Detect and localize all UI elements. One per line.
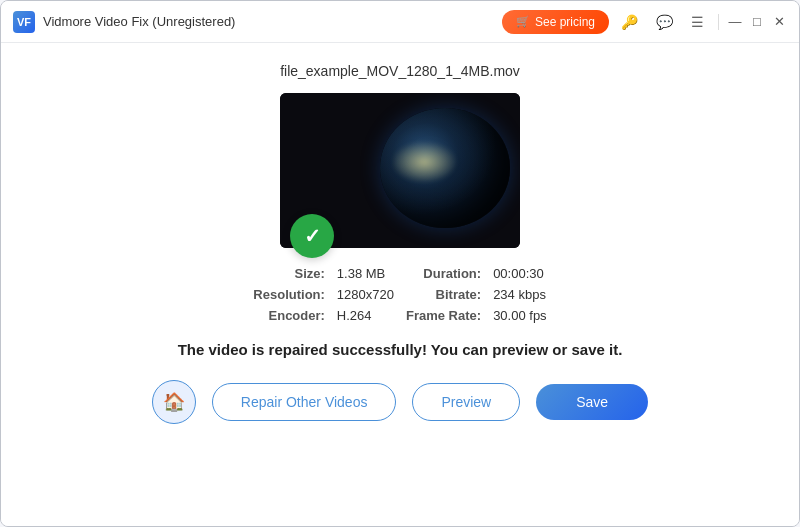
bitrate-value: 234 kbps	[493, 287, 547, 302]
video-preview-container: ✓	[280, 93, 520, 248]
earth-lights	[393, 132, 471, 192]
stats-grid: Size: 1.38 MB Duration: 00:00:30 Resolut…	[253, 266, 546, 323]
minimize-button[interactable]: —	[727, 14, 743, 30]
duration-label: Duration:	[406, 266, 481, 281]
app-title: Vidmore Video Fix (Unregistered)	[43, 14, 235, 29]
framerate-label: Frame Rate:	[406, 308, 481, 323]
framerate-value: 30.00 fps	[493, 308, 547, 323]
home-button[interactable]: 🏠	[152, 380, 196, 424]
bottom-buttons: 🏠 Repair Other Videos Preview Save	[152, 380, 648, 424]
preview-button[interactable]: Preview	[412, 383, 520, 421]
size-label: Size:	[253, 266, 325, 281]
title-bar: VF Vidmore Video Fix (Unregistered) See …	[1, 1, 799, 43]
see-pricing-button[interactable]: See pricing	[502, 10, 609, 34]
resolution-value: 1280x720	[337, 287, 394, 302]
earth-visual	[380, 108, 510, 228]
success-message: The video is repaired successfully! You …	[178, 341, 623, 358]
maximize-button[interactable]: □	[749, 14, 765, 30]
app-icon: VF	[13, 11, 35, 33]
duration-value: 00:00:30	[493, 266, 547, 281]
title-bar-left: VF Vidmore Video Fix (Unregistered)	[13, 11, 235, 33]
title-bar-right: See pricing 🔑 💬 ☰ — □ ✕	[502, 10, 787, 34]
menu-icon-button[interactable]: ☰	[685, 10, 710, 34]
video-filename: file_example_MOV_1280_1_4MB.mov	[280, 63, 520, 79]
bitrate-label: Bitrate:	[406, 287, 481, 302]
main-content: file_example_MOV_1280_1_4MB.mov ✓ Size: …	[1, 43, 799, 526]
encoder-value: H.264	[337, 308, 394, 323]
key-icon-button[interactable]: 🔑	[615, 10, 644, 34]
resolution-label: Resolution:	[253, 287, 325, 302]
divider	[718, 14, 719, 30]
chat-icon-button[interactable]: 💬	[650, 10, 679, 34]
success-checkmark: ✓	[290, 214, 334, 258]
size-value: 1.38 MB	[337, 266, 394, 281]
save-button[interactable]: Save	[536, 384, 648, 420]
close-button[interactable]: ✕	[771, 14, 787, 30]
repair-other-videos-button[interactable]: Repair Other Videos	[212, 383, 397, 421]
encoder-label: Encoder:	[253, 308, 325, 323]
